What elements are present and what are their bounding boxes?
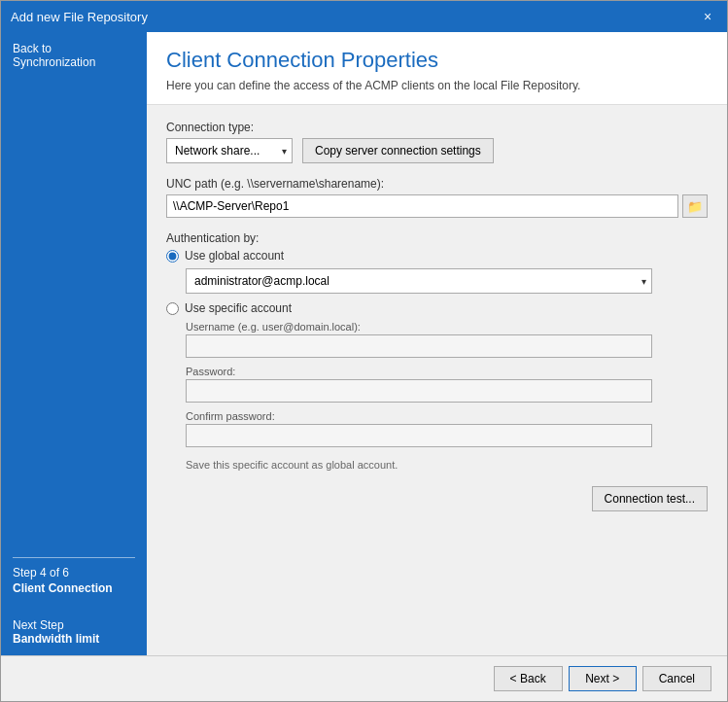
global-account-select[interactable]: administrator@acmp.local xyxy=(186,268,652,294)
use-global-account-text: Use global account xyxy=(185,249,284,263)
content-area: Back to Synchronization Step 4 of 6 Clie… xyxy=(1,32,727,655)
page-title: Client Connection Properties xyxy=(166,48,708,73)
connection-test-button[interactable]: Connection test... xyxy=(592,486,708,511)
username-label: Username (e.g. user@domain.local): xyxy=(186,321,708,333)
connection-type-row: Network share... FTP HTTP/HTTPS ▾ Copy s… xyxy=(166,138,708,163)
connection-type-label: Connection type: xyxy=(166,121,708,134)
sidebar-next-step-label: Next Step xyxy=(13,618,135,632)
unc-path-group: UNC path (e.g. \\servername\sharename): … xyxy=(166,177,708,218)
use-specific-account-radio[interactable] xyxy=(166,302,179,315)
unc-path-row: 📁 xyxy=(166,194,708,218)
use-specific-account-label[interactable]: Use specific account xyxy=(166,301,708,315)
confirm-password-input[interactable] xyxy=(186,424,652,447)
use-global-account-group: Use global account administrator@acmp.lo… xyxy=(166,249,708,294)
connection-test-row: Connection test... xyxy=(166,486,708,511)
copy-server-settings-button[interactable]: Copy server connection settings xyxy=(302,138,494,163)
authentication-label: Authentication by: xyxy=(166,231,708,245)
connection-type-select[interactable]: Network share... FTP HTTP/HTTPS xyxy=(166,138,293,163)
main-window: Add new File Repository × Back to Synchr… xyxy=(0,0,728,702)
sidebar-next-step-title: Bandwidth limit xyxy=(13,632,135,646)
save-account-label: Save this specific account as global acc… xyxy=(186,459,708,471)
use-global-account-radio[interactable] xyxy=(166,250,179,263)
title-bar: Add new File Repository × xyxy=(1,1,727,32)
sidebar: Back to Synchronization Step 4 of 6 Clie… xyxy=(1,32,147,655)
browse-folder-button[interactable]: 📁 xyxy=(682,194,708,218)
close-button[interactable]: × xyxy=(698,7,717,26)
sidebar-step: Step 4 of 6 Client Connection xyxy=(13,557,135,595)
use-specific-account-group: Use specific account Username (e.g. user… xyxy=(166,301,708,471)
sidebar-step-title: Client Connection xyxy=(13,581,135,595)
username-input[interactable] xyxy=(186,334,652,358)
specific-account-fields: Username (e.g. user@domain.local): Passw… xyxy=(186,321,708,471)
use-global-account-label[interactable]: Use global account xyxy=(166,249,708,263)
unc-path-input[interactable] xyxy=(166,194,678,218)
window-title: Add new File Repository xyxy=(11,10,148,24)
back-button[interactable]: < Back xyxy=(494,666,563,691)
connection-type-select-wrapper: Network share... FTP HTTP/HTTPS ▾ xyxy=(166,138,293,163)
folder-icon: 📁 xyxy=(687,199,703,214)
footer: < Back Next > Cancel xyxy=(1,655,727,701)
confirm-password-label: Confirm password: xyxy=(186,410,708,422)
password-label: Password: xyxy=(186,366,708,377)
next-button[interactable]: Next > xyxy=(569,666,637,691)
cancel-button[interactable]: Cancel xyxy=(642,666,711,691)
form-area: Connection type: Network share... FTP HT… xyxy=(147,105,727,655)
use-specific-account-text: Use specific account xyxy=(185,301,292,315)
global-account-dropdown: administrator@acmp.local ▾ xyxy=(186,268,708,294)
password-input[interactable] xyxy=(186,379,652,403)
global-account-select-wrapper: administrator@acmp.local ▾ xyxy=(186,268,652,294)
page-subtitle: Here you can define the access of the AC… xyxy=(166,79,708,92)
authentication-group: Authentication by: Use global account ad… xyxy=(166,231,708,471)
unc-path-label: UNC path (e.g. \\servername\sharename): xyxy=(166,177,708,191)
connection-type-group: Connection type: Network share... FTP HT… xyxy=(166,121,708,163)
main-content: Client Connection Properties Here you ca… xyxy=(147,32,727,655)
main-header: Client Connection Properties Here you ca… xyxy=(147,32,727,105)
sidebar-next-step: Next Step Bandwidth limit xyxy=(13,611,135,646)
sidebar-back-link[interactable]: Back to Synchronization xyxy=(13,42,135,69)
sidebar-step-number: Step 4 of 6 xyxy=(13,566,135,579)
